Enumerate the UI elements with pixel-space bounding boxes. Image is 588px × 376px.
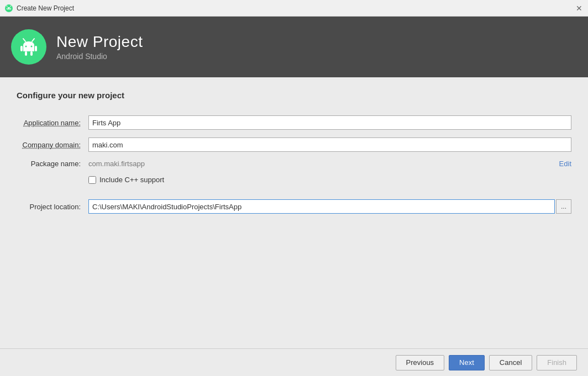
svg-point-1 (7, 8, 8, 9)
cpp-support-row: Include C++ support (88, 176, 571, 184)
next-button[interactable]: Next (449, 355, 485, 370)
title-bar-text: Create New Project (17, 4, 74, 12)
title-bar-left: Create New Project (4, 4, 74, 13)
cpp-support-checkbox[interactable] (88, 176, 96, 184)
header-subtitle: Android Studio (56, 52, 143, 61)
browse-button[interactable]: ... (556, 199, 571, 214)
svg-point-2 (9, 8, 11, 9)
svg-rect-12 (30, 51, 33, 56)
application-name-input[interactable] (88, 115, 571, 130)
form-area: Application name: Company domain: Packag… (17, 115, 571, 214)
svg-line-8 (32, 39, 34, 41)
android-logo (11, 29, 46, 65)
header-title: New Project (56, 33, 143, 51)
project-location-row: Project location: ... (17, 199, 571, 214)
header-text: New Project Android Studio (56, 33, 143, 61)
header-banner: New Project Android Studio (0, 17, 588, 77)
title-bar: Create New Project ✕ (0, 0, 588, 17)
application-name-row: Application name: (17, 115, 571, 130)
package-name-row: Package name: com.maki.firtsapp Edit (17, 160, 571, 168)
cancel-button[interactable]: Cancel (489, 355, 532, 370)
close-button[interactable]: ✕ (575, 4, 584, 13)
project-location-label: Project location: (17, 203, 88, 211)
cpp-support-label[interactable]: Include C++ support (99, 176, 164, 184)
edit-link[interactable]: Edit (559, 160, 571, 168)
package-name-label: Package name: (17, 160, 88, 168)
svg-line-7 (23, 39, 25, 41)
footer: Previous Next Cancel Finish (0, 348, 588, 376)
project-location-input[interactable] (88, 199, 555, 214)
svg-rect-9 (20, 46, 23, 51)
app-icon (4, 4, 13, 13)
android-icon (18, 36, 40, 58)
svg-point-6 (31, 46, 33, 47)
main-content: Configure your new project Application n… (0, 77, 588, 348)
company-domain-input[interactable] (88, 137, 571, 152)
company-domain-row: Company domain: (17, 137, 571, 152)
previous-button[interactable]: Previous (396, 355, 445, 370)
finish-button[interactable]: Finish (537, 355, 577, 370)
application-name-label: Application name: (17, 119, 88, 127)
svg-rect-11 (25, 51, 27, 56)
package-name-value: com.maki.firtsapp (88, 160, 555, 168)
section-title: Configure your new project (17, 91, 571, 100)
svg-point-5 (25, 46, 27, 47)
svg-rect-10 (35, 46, 37, 51)
company-domain-label: Company domain: (17, 141, 88, 149)
